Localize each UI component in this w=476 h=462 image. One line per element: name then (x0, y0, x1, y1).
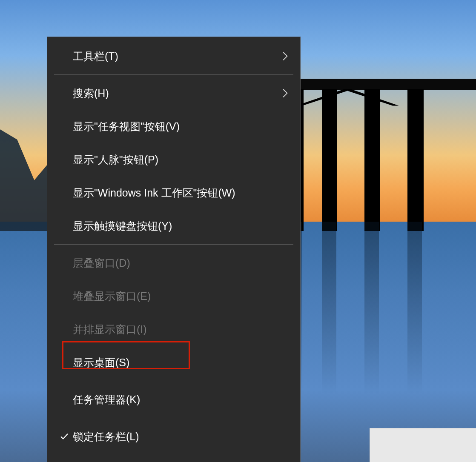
menu-item-label: 显示"人脉"按钮(P) (73, 153, 278, 167)
menu-separator (54, 244, 293, 245)
menu-item-label: 锁定任务栏(L) (73, 430, 278, 444)
submenu-chevron-icon (278, 88, 288, 98)
submenu-chevron-icon (278, 51, 288, 61)
menu-item-show-desktop[interactable]: 显示桌面(S) (47, 346, 300, 379)
menu-item-cascade: 层叠窗口(D) (47, 246, 300, 279)
menu-item-show-touch-keyboard[interactable]: 显示触摸键盘按钮(Y) (47, 209, 300, 242)
check-icon (56, 432, 73, 441)
menu-separator (54, 381, 293, 381)
menu-item-search[interactable]: 搜索(H) (47, 77, 300, 110)
menu-item-label: 工具栏(T) (73, 49, 278, 63)
menu-item-show-task-view[interactable]: 显示"任务视图"按钮(V) (47, 110, 300, 143)
menu-item-label: 显示触摸键盘按钮(Y) (73, 219, 278, 233)
menu-item-task-manager[interactable]: 任务管理器(K) (47, 383, 300, 416)
menu-item-label: 显示桌面(S) (73, 356, 278, 370)
notification-area-placeholder (370, 428, 476, 462)
menu-item-label: 搜索(H) (73, 86, 278, 100)
menu-item-show-people[interactable]: 显示"人脉"按钮(P) (47, 143, 300, 176)
menu-item-label: 任务管理器(K) (73, 393, 278, 407)
menu-item-sidebyside: 并排显示窗口(I) (47, 313, 300, 346)
menu-item-show-ink[interactable]: 显示"Windows Ink 工作区"按钮(W) (47, 176, 300, 209)
menu-separator (54, 74, 293, 75)
menu-item-label: 显示"Windows Ink 工作区"按钮(W) (73, 186, 278, 200)
taskbar-context-menu: 工具栏(T)搜索(H)显示"任务视图"按钮(V)显示"人脉"按钮(P)显示"Wi… (47, 37, 301, 462)
menu-item-lock-taskbar[interactable]: 锁定任务栏(L) (47, 420, 300, 453)
menu-item-label: 显示"任务视图"按钮(V) (73, 120, 278, 134)
menu-separator (54, 418, 293, 418)
menu-item-label: 并排显示窗口(I) (73, 322, 278, 337)
menu-item-label: 堆叠显示窗口(E) (73, 289, 278, 303)
menu-item-stacked: 堆叠显示窗口(E) (47, 279, 300, 313)
menu-item-toolbars[interactable]: 工具栏(T) (47, 40, 300, 73)
menu-item-taskbar-settings[interactable]: 任务栏设置(T) (47, 453, 300, 462)
menu-item-label: 层叠窗口(D) (73, 256, 278, 270)
